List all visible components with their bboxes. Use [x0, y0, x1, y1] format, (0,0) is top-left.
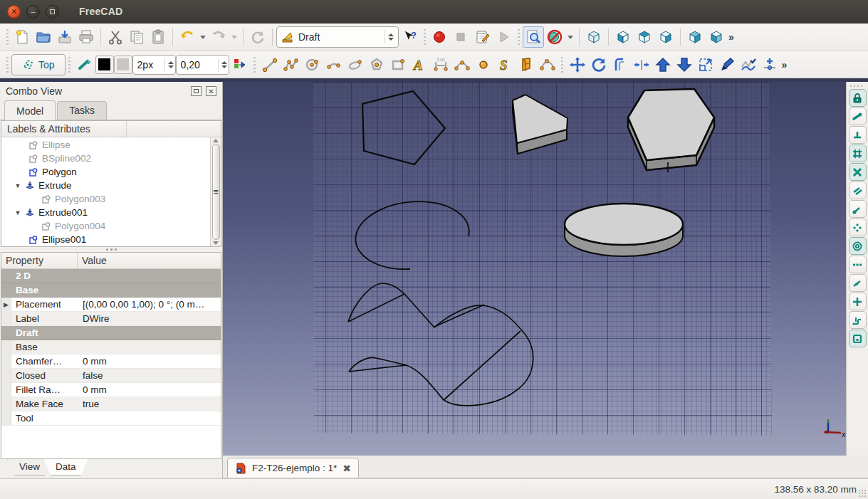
workbench-selector[interactable]: Draft [276, 26, 399, 48]
snap-parallel-button[interactable] [849, 182, 867, 199]
property-row-closed[interactable]: Closed false [1, 369, 221, 383]
draft-wire-button[interactable] [281, 54, 302, 75]
draft-polygon-button[interactable] [366, 54, 387, 75]
draft-ellipse-button[interactable] [345, 54, 366, 75]
property-group-row[interactable]: Base [1, 283, 221, 298]
line-color-button[interactable] [95, 56, 114, 74]
line-width-spinbox[interactable] [132, 55, 176, 75]
new-document-button[interactable] [11, 26, 33, 48]
tab-data[interactable]: Data [43, 459, 88, 476]
property-group-row[interactable]: 2 D [1, 269, 221, 283]
scale-input[interactable] [181, 59, 218, 70]
macro-record-button[interactable] [429, 26, 450, 48]
3d-viewport[interactable]: x [223, 82, 846, 456]
face-color-button[interactable] [114, 56, 132, 74]
tree-item-ellipse001[interactable]: Ellipse001 [1, 233, 210, 246]
view-top-button[interactable] [634, 26, 655, 48]
refresh-button[interactable] [247, 26, 268, 48]
tree-item-extrude[interactable]: ▼ Extrude [1, 179, 210, 192]
draft-bspline-button[interactable] [451, 54, 473, 75]
view-right-button[interactable] [655, 26, 676, 48]
tree-header[interactable]: Labels & Attributes [1, 121, 127, 137]
panel-splitter[interactable] [0, 247, 222, 252]
line-width-input[interactable] [137, 59, 164, 70]
draft-dimension-button[interactable]: 3.00 [430, 54, 451, 75]
titlebar[interactable]: ✕ – FreeCAD [0, 0, 868, 23]
toolbar-grip[interactable] [560, 57, 565, 73]
undo-button[interactable] [177, 26, 198, 48]
property-row-placement[interactable]: ▶ Placement [(0,00 0,00 1,00); 0 °; (0 m… [1, 298, 221, 312]
property-row-chamfer[interactable]: Chamfer… 0 mm [1, 354, 221, 369]
snap-grid-button[interactable] [849, 145, 867, 162]
macro-play-button[interactable] [493, 26, 514, 48]
toolbar-grip[interactable] [516, 29, 521, 45]
draft-offset-button[interactable] [610, 54, 631, 75]
draft-wire-to-bspline-button[interactable] [738, 54, 759, 75]
toggle-construction-button[interactable] [74, 54, 95, 75]
draft-downgrade-button[interactable] [674, 54, 695, 75]
print-button[interactable] [75, 26, 97, 48]
snap-concentric-button[interactable] [849, 237, 867, 255]
pentagon-wire[interactable] [362, 91, 445, 164]
draft-add-point-button[interactable] [759, 54, 780, 75]
view-front-button[interactable] [612, 26, 634, 48]
draw-style-button[interactable] [544, 26, 565, 48]
macro-stop-button[interactable] [450, 26, 471, 48]
property-column-header[interactable]: Property [1, 253, 78, 268]
draft-edit-button[interactable] [716, 54, 738, 75]
snap-dimensions-button[interactable] [849, 330, 867, 347]
apply-style-button[interactable] [229, 54, 251, 75]
select-plane-button[interactable]: Top [11, 54, 66, 75]
view-rear-button[interactable] [684, 26, 706, 48]
tree-item-ellipse[interactable]: Ellipse [1, 138, 210, 152]
draft-rotate-button[interactable] [588, 54, 610, 75]
scroll-down-icon[interactable] [213, 241, 219, 245]
toolbar-overflow[interactable]: » [728, 31, 734, 43]
extruded-polygon-solid[interactable] [513, 95, 568, 154]
float-panel-icon[interactable] [191, 86, 202, 96]
scrollbar-thumb[interactable]: ≡ [212, 144, 220, 240]
draft-arc-button[interactable] [323, 54, 345, 75]
property-row-fillet[interactable]: Fillet Ra… 0 mm [1, 383, 221, 397]
toolbar-grip[interactable] [4, 57, 10, 73]
toolbar-overflow[interactable]: » [782, 59, 788, 70]
draft-move-button[interactable] [567, 54, 588, 75]
paste-button[interactable] [147, 26, 169, 48]
tab-tasks[interactable]: Tasks [57, 101, 107, 120]
draft-facebinder-button[interactable] [516, 54, 537, 75]
tree-item-polygon004[interactable]: Polygon004 [1, 219, 210, 233]
draft-shapestring-button[interactable]: S [494, 54, 516, 75]
bspline-wire[interactable] [348, 283, 533, 406]
scale-spinner[interactable] [218, 58, 227, 72]
toolbar-grip[interactable] [422, 29, 427, 45]
expander-icon[interactable]: ▶ [1, 298, 11, 311]
open-document-button[interactable] [33, 26, 54, 48]
close-panel-icon[interactable]: ✕ [206, 86, 216, 96]
toolbar-grip[interactable] [850, 83, 864, 88]
snap-intersection-button[interactable] [849, 163, 867, 181]
snap-ortho-button[interactable] [849, 256, 867, 273]
property-row-makeface[interactable]: Make Face true [1, 397, 221, 411]
toolbar-grip[interactable] [67, 57, 73, 73]
line-width-spinner[interactable] [164, 58, 174, 72]
save-document-button[interactable] [54, 26, 75, 48]
tree-item-polygon003[interactable]: Polygon003 [1, 192, 210, 206]
property-row-tool[interactable]: Tool [1, 411, 221, 426]
property-row-label[interactable]: Label DWire [1, 312, 221, 326]
document-tab[interactable]: F2-T26-ejemplo : 1* ✖ [227, 458, 359, 478]
toolbar-grip[interactable] [4, 29, 10, 45]
draft-upgrade-button[interactable] [652, 54, 674, 75]
workbench-spinner[interactable] [385, 30, 394, 44]
close-window-button[interactable]: ✕ [7, 5, 21, 19]
dwire-lower[interactable] [349, 357, 444, 400]
snap-extension-button[interactable] [849, 293, 867, 310]
minimize-window-button[interactable]: – [26, 5, 40, 19]
redo-dropdown[interactable] [231, 36, 237, 39]
extruded-hexagon-solid[interactable] [628, 89, 714, 172]
extruded-ellipse-solid[interactable] [565, 204, 683, 256]
tree-item-polygon[interactable]: Polygon [1, 165, 210, 179]
draw-style-dropdown[interactable] [568, 36, 573, 39]
toggle-snap-lock-button[interactable] [849, 89, 867, 107]
scroll-up-icon[interactable] [213, 139, 219, 142]
tab-model[interactable]: Model [4, 100, 56, 120]
